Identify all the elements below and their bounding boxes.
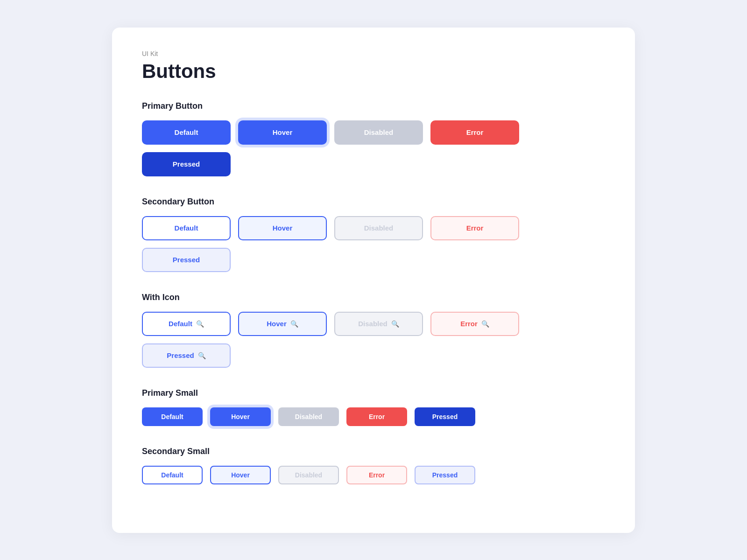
section-primary-button: Primary Button Default Hover Disabled Er… xyxy=(142,101,605,176)
section-secondary-small: Secondary Small Default Hover Disabled E… xyxy=(142,447,605,484)
primary-button-row: Default Hover Disabled Error Pressed xyxy=(142,120,605,176)
section-title-secondary: Secondary Button xyxy=(142,197,605,207)
page-title: Buttons xyxy=(142,60,605,83)
icon-pressed-button[interactable]: Pressed 🔍 xyxy=(142,343,231,368)
icon-pressed-label: Pressed xyxy=(167,351,194,359)
secondary-hover-button[interactable]: Hover xyxy=(238,216,327,240)
search-icon: 🔍 xyxy=(481,320,489,328)
secondary-sm-default-button[interactable]: Default xyxy=(142,466,203,484)
icon-error-label: Error xyxy=(460,320,478,328)
secondary-error-button[interactable]: Error xyxy=(430,216,519,240)
primary-default-button[interactable]: Default xyxy=(142,120,231,145)
section-title-secondary-small: Secondary Small xyxy=(142,447,605,456)
secondary-pressed-button[interactable]: Pressed xyxy=(142,248,231,272)
secondary-button-row: Default Hover Disabled Error Pressed xyxy=(142,216,605,272)
primary-pressed-button[interactable]: Pressed xyxy=(142,152,231,176)
icon-default-button[interactable]: Default 🔍 xyxy=(142,312,231,336)
search-icon: 🔍 xyxy=(198,352,206,359)
section-with-icon: With Icon Default 🔍 Hover 🔍 Disabled 🔍 E… xyxy=(142,293,605,368)
icon-disabled-label: Disabled xyxy=(358,320,388,328)
primary-sm-error-button[interactable]: Error xyxy=(346,407,407,426)
icon-hover-button[interactable]: Hover 🔍 xyxy=(238,312,327,336)
icon-button-row: Default 🔍 Hover 🔍 Disabled 🔍 Error 🔍 Pre… xyxy=(142,312,605,368)
primary-small-row: Default Hover Disabled Error Pressed xyxy=(142,407,605,426)
primary-hover-button[interactable]: Hover xyxy=(238,120,327,145)
breadcrumb: UI Kit xyxy=(142,50,605,57)
search-icon: 🔍 xyxy=(196,320,204,328)
section-title-primary: Primary Button xyxy=(142,101,605,111)
primary-disabled-button: Disabled xyxy=(334,120,423,145)
secondary-disabled-button: Disabled xyxy=(334,216,423,240)
icon-disabled-button: Disabled 🔍 xyxy=(334,312,423,336)
primary-sm-disabled-button: Disabled xyxy=(278,407,339,426)
primary-sm-default-button[interactable]: Default xyxy=(142,407,203,426)
section-title-primary-small: Primary Small xyxy=(142,388,605,398)
section-title-icon: With Icon xyxy=(142,293,605,302)
secondary-small-row: Default Hover Disabled Error Pressed xyxy=(142,466,605,484)
section-primary-small: Primary Small Default Hover Disabled Err… xyxy=(142,388,605,426)
icon-default-label: Default xyxy=(169,320,192,328)
primary-error-button[interactable]: Error xyxy=(430,120,519,145)
search-icon: 🔍 xyxy=(391,320,399,328)
secondary-sm-hover-button[interactable]: Hover xyxy=(210,466,271,484)
secondary-sm-error-button[interactable]: Error xyxy=(346,466,407,484)
secondary-default-button[interactable]: Default xyxy=(142,216,231,240)
icon-error-button[interactable]: Error 🔍 xyxy=(430,312,519,336)
primary-sm-hover-button[interactable]: Hover xyxy=(210,407,271,426)
main-card: UI Kit Buttons Primary Button Default Ho… xyxy=(112,28,635,533)
section-secondary-button: Secondary Button Default Hover Disabled … xyxy=(142,197,605,272)
secondary-sm-pressed-button[interactable]: Pressed xyxy=(415,466,475,484)
icon-hover-label: Hover xyxy=(267,320,287,328)
search-icon: 🔍 xyxy=(290,320,298,328)
primary-sm-pressed-button[interactable]: Pressed xyxy=(415,407,475,426)
secondary-sm-disabled-button: Disabled xyxy=(278,466,339,484)
